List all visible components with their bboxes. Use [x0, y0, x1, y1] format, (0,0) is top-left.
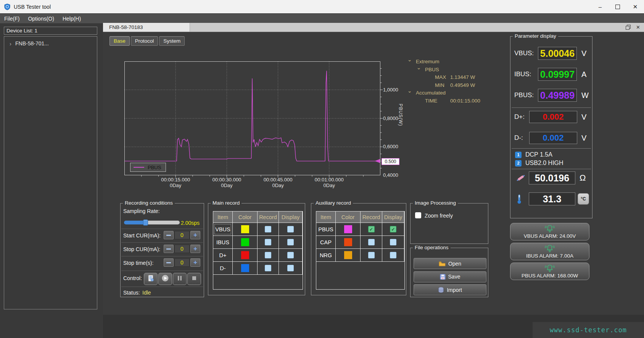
display-checkbox[interactable]: [287, 265, 294, 271]
ibus-alarm-button[interactable]: IBUS ALARM: 7.00A: [510, 243, 589, 260]
stop-cur-decrement-button[interactable]: [164, 245, 174, 253]
display-checkbox[interactable]: [287, 226, 294, 232]
stop-cur-value[interactable]: 0: [174, 245, 190, 253]
maximize-button[interactable]: [609, 0, 626, 13]
close-subwindow-icon[interactable]: ✕: [636, 24, 640, 30]
start-cur-value[interactable]: 0: [174, 231, 190, 239]
control-label: Control:: [123, 275, 142, 281]
column-header-record: Record: [361, 211, 382, 223]
stop-time-value[interactable]: 0: [174, 258, 190, 267]
collapse-chevron-icon[interactable]: ⌄: [407, 56, 412, 62]
x-tick-day-label: 0Day: [202, 183, 251, 188]
menu-item-options[interactable]: Options(O): [24, 14, 58, 23]
protocol-badge-row-2: 2 USB2.0 HIGH: [510, 159, 564, 167]
pause-icon: [176, 274, 184, 284]
resistance-value: 50.0196: [535, 173, 569, 184]
display-checkbox[interactable]: [390, 239, 396, 245]
badge-2: 2: [515, 160, 522, 167]
minimize-button[interactable]: –: [591, 0, 609, 13]
folder-icon: [439, 261, 446, 266]
chart-y-axis-label: PBUS(W): [398, 104, 403, 126]
display-checkbox[interactable]: [287, 239, 294, 245]
slider-handle[interactable]: [143, 219, 148, 226]
dminus-value-box: 0.002: [529, 132, 577, 144]
stop-cur-increment-button[interactable]: +: [190, 245, 200, 253]
stats-tree-row[interactable]: ⌄Accumulated: [404, 89, 511, 96]
menu-item-file[interactable]: File(F): [0, 14, 24, 23]
color-swatch[interactable]: [344, 238, 352, 246]
alarm-bell-icon: [545, 264, 555, 272]
open-button[interactable]: Open: [414, 258, 486, 269]
color-cell: [336, 249, 360, 261]
start-cur-increment-button[interactable]: +: [190, 231, 200, 239]
sampling-rate-slider[interactable]: [124, 219, 180, 226]
dplus-value-box: 0.002: [529, 111, 577, 123]
item-cell-pbus[interactable]: PBUS: [316, 223, 335, 235]
stop-button[interactable]: [187, 273, 201, 285]
menu-item-help[interactable]: Help(H): [58, 14, 85, 23]
stop-time-decrement-button[interactable]: [164, 258, 174, 267]
slider-track-empty[interactable]: [146, 221, 180, 224]
chart-marker-label: 0.500: [382, 158, 399, 165]
collapse-chevron-icon[interactable]: ⌄: [417, 64, 421, 70]
pause-button[interactable]: [173, 273, 187, 285]
display-cell: [279, 262, 302, 274]
x-tick-label: 00:00:30.000: [202, 177, 251, 183]
color-cell: [233, 223, 257, 235]
color-swatch[interactable]: [241, 238, 249, 246]
vbus-alarm-button[interactable]: VBUS ALARM: 24.00V: [510, 223, 589, 240]
stop-time-increment-button[interactable]: +: [190, 258, 200, 267]
item-cell-nrg[interactable]: NRG: [316, 249, 335, 261]
tab-protocol[interactable]: Protocol: [131, 36, 158, 46]
pbus-label: PBUS:: [514, 91, 534, 99]
vbus-value: 5.00046: [540, 48, 575, 59]
expand-chevron-icon[interactable]: ›: [10, 40, 11, 47]
record-checkbox[interactable]: [368, 239, 375, 245]
record-checkbox[interactable]: [265, 252, 271, 258]
slider-track-filled[interactable]: [124, 221, 146, 224]
color-swatch[interactable]: [241, 264, 249, 272]
pbus-alarm-button[interactable]: PBUS ALARM: 168.00W: [510, 263, 589, 280]
temperature-unit-button[interactable]: °C: [578, 193, 589, 205]
pbus-value-box: 0.49989: [538, 89, 577, 102]
color-swatch[interactable]: [344, 251, 352, 259]
color-swatch[interactable]: [344, 225, 352, 233]
record-checkbox[interactable]: [368, 252, 375, 258]
close-button[interactable]: ✕: [626, 0, 644, 13]
subwindow-tab[interactable]: FNB-58-70183: [103, 23, 190, 32]
start-cur-decrement-button[interactable]: [164, 231, 174, 239]
sampling-rate-value: 2.00sps: [181, 220, 200, 226]
tab-base[interactable]: Base: [109, 36, 130, 46]
color-swatch[interactable]: [241, 251, 249, 259]
stat-label: PBUS: [425, 67, 439, 72]
device-tree-item[interactable]: ›FNB-58-701...: [4, 39, 97, 48]
item-cell-vbus[interactable]: VBUS: [213, 223, 232, 235]
x-tick-day-label: 0Day: [151, 183, 200, 188]
zoom-freely-checkbox[interactable]: [415, 212, 421, 218]
record-checkbox[interactable]: [265, 239, 271, 245]
display-checkbox[interactable]: [390, 252, 396, 258]
stats-tree-row[interactable]: ⌄PBUS: [404, 66, 511, 73]
record-checkbox[interactable]: [265, 265, 271, 271]
float-window-icon[interactable]: [626, 25, 631, 30]
color-swatch[interactable]: [241, 225, 249, 233]
record-cell: [361, 236, 382, 248]
tab-system[interactable]: System: [159, 36, 185, 46]
ibus-label: IBUS:: [514, 70, 531, 78]
display-checkbox[interactable]: ✓: [390, 226, 396, 232]
display-checkbox[interactable]: [287, 252, 294, 258]
column-header-color: Color: [233, 211, 257, 223]
import-button[interactable]: Import: [414, 284, 486, 295]
y-tick-label: 0,6000: [383, 144, 404, 149]
record-checkbox[interactable]: [265, 226, 271, 232]
item-cell-cap[interactable]: CAP: [316, 236, 335, 248]
item-cell-ibus[interactable]: IBUS: [213, 236, 232, 248]
save-button[interactable]: Save: [414, 271, 486, 282]
item-cell-d-[interactable]: D-: [213, 262, 232, 274]
play-button[interactable]: [158, 273, 172, 285]
record-log-button[interactable]: [144, 273, 158, 285]
collapse-chevron-icon[interactable]: ⌄: [407, 88, 412, 94]
dplus-label: D+:: [514, 113, 525, 121]
record-checkbox[interactable]: ✓: [368, 226, 375, 232]
item-cell-d+[interactable]: D+: [213, 249, 232, 261]
